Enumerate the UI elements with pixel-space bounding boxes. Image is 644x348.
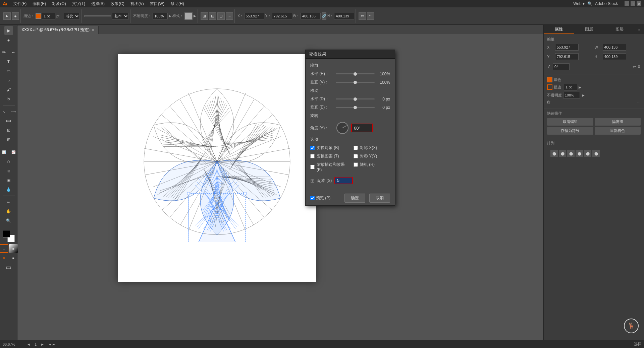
extra-tool-1[interactable]: ⇔ [359, 12, 366, 20]
scale-v-slider[interactable] [336, 82, 375, 83]
type-tool[interactable]: T [4, 57, 13, 66]
sym-y-checkbox[interactable] [354, 154, 358, 158]
tab-close-icon[interactable]: ✕ [92, 28, 94, 32]
selection-tool-icon[interactable]: ▶ [3, 12, 11, 20]
canvas-area[interactable] [17, 34, 543, 340]
menu-file[interactable]: 文件(F) [11, 0, 29, 7]
w-input[interactable] [301, 13, 321, 19]
shape-tool[interactable]: ▭ [4, 67, 13, 75]
sym-x-checkbox[interactable] [354, 146, 358, 150]
menu-view[interactable]: 视图(V) [128, 0, 147, 7]
menu-select[interactable]: 选择(S) [89, 0, 107, 7]
y-input[interactable] [272, 13, 292, 19]
align-center-v-button[interactable]: ⬤ [584, 150, 591, 157]
search-icon[interactable]: 🔍 [587, 1, 592, 6]
active-tab[interactable]: XXXX.ai* @ 66.67% (RGB/GPU 预览) ✕ [17, 26, 99, 34]
minimize-button[interactable]: – [625, 1, 629, 6]
mesh-tool[interactable]: ⊞ [4, 166, 13, 175]
opacity-expand-icon[interactable]: ▶ [169, 14, 171, 18]
paintbrush-tool[interactable]: 🖌 [4, 85, 13, 94]
angle-input[interactable] [553, 63, 570, 70]
graph-tool[interactable]: 📊 [0, 148, 8, 156]
link-icon[interactable]: 🔗 [322, 12, 326, 20]
scale-h-slider[interactable] [336, 73, 375, 74]
copy-input[interactable] [334, 177, 353, 184]
align-top-button[interactable]: ⬤ [576, 150, 583, 157]
random-checkbox[interactable] [354, 162, 358, 167]
menu-text[interactable]: 文字(T) [69, 0, 88, 7]
isolate-button[interactable]: 隔离组 [595, 118, 641, 126]
angle-dial[interactable] [336, 122, 348, 134]
select-tool[interactable]: ▶ [4, 26, 13, 35]
blend-tool[interactable]: ∞ [4, 198, 13, 206]
perspective-tool[interactable]: ⬡ [4, 157, 13, 166]
page-nav-right[interactable]: ► [41, 342, 44, 346]
ellipse-tool[interactable]: ○ [4, 76, 13, 85]
direct-select-icon[interactable]: ◈ [12, 12, 19, 20]
cancel-group-button[interactable]: 取消编组 [547, 118, 593, 126]
tab-layers2[interactable]: 图层 [604, 25, 635, 34]
align-right-button[interactable]: ⬤ [567, 150, 575, 157]
ok-button[interactable]: 确定 [344, 194, 365, 203]
align-left-button[interactable]: ⬤ [550, 150, 558, 157]
transform-icon[interactable]: ⊞ [201, 12, 208, 20]
fx-more-icon[interactable]: ⋯ [637, 100, 641, 104]
move-v-slider[interactable] [336, 107, 375, 108]
w-prop-input[interactable] [603, 44, 626, 51]
h-prop-input[interactable] [603, 53, 626, 60]
cancel-button[interactable]: 取消 [369, 194, 390, 203]
dash-select[interactable]: 等比 [64, 13, 80, 19]
foreground-color-swatch[interactable] [3, 230, 10, 237]
recolor-button[interactable]: 重新着色 [595, 127, 641, 135]
align-icon[interactable]: ⊟ [209, 12, 216, 20]
hand-tool[interactable]: ✋ [4, 207, 13, 216]
menu-help[interactable]: 帮助(H) [168, 0, 187, 7]
stroke-pt-input[interactable] [564, 84, 577, 90]
color-swatches[interactable] [3, 230, 15, 242]
transform-obj-checkbox[interactable] [310, 146, 315, 150]
pen-tool[interactable]: ✏ [0, 48, 8, 57]
tab-layers[interactable]: 图层 [574, 25, 604, 34]
scale-stroke-checkbox[interactable] [310, 165, 315, 169]
change-screen-btn[interactable]: ▭ [4, 263, 13, 272]
extra-tool-2[interactable]: ⋯ [367, 12, 374, 20]
gradient-tool[interactable]: ▣ [4, 176, 13, 185]
gradient-fill-btn[interactable]: ■ [9, 244, 18, 253]
tab-properties[interactable]: 属性 [544, 25, 574, 34]
shear-tool[interactable]: ⟿ [9, 107, 18, 116]
menu-edit[interactable]: 编辑(E) [30, 0, 49, 7]
page-nav-left[interactable]: ◄ [27, 342, 31, 346]
y-prop-input[interactable] [555, 53, 579, 60]
menu-window[interactable]: 窗口(W) [147, 0, 167, 7]
rotate-tool[interactable]: ↻ [4, 95, 13, 103]
eyedropper-tool[interactable]: 💧 [4, 185, 13, 194]
artboard-nav[interactable]: ◄► [48, 342, 56, 346]
extra-icon[interactable]: ⋯ [226, 12, 233, 20]
save-symbol-button[interactable]: 存储为符号 [547, 127, 593, 135]
style-preview[interactable] [184, 12, 193, 20]
stroke-expand-icon[interactable]: ▶ [579, 85, 581, 89]
menu-effect[interactable]: 效果(C) [108, 0, 127, 7]
maximize-button[interactable]: □ [631, 1, 635, 6]
scale-tool[interactable]: ⤡ [0, 107, 8, 116]
menu-object[interactable]: 对象(O) [49, 0, 68, 7]
opacity-input-r[interactable] [563, 92, 580, 98]
normal-mode-btn[interactable]: □ [0, 244, 8, 253]
view-none-btn[interactable]: ✕ [0, 254, 8, 262]
angle-input-dialog[interactable] [351, 124, 373, 132]
flip-h-icon[interactable]: ⇔ [633, 64, 636, 69]
stroke-color-box[interactable] [36, 13, 41, 19]
width-tool[interactable]: ⟺ [4, 117, 13, 125]
panel-menu-icon[interactable]: ≡ [635, 25, 644, 34]
direct-select-tool[interactable]: ◈ [4, 36, 13, 44]
x-input[interactable] [244, 13, 264, 19]
flip-v-icon[interactable]: ⇕ [637, 64, 641, 69]
stroke-value-input[interactable] [42, 13, 55, 19]
shape-builder-tool[interactable]: ⊞ [4, 135, 13, 144]
pathfinder-icon[interactable]: ⊡ [217, 12, 225, 20]
opacity-input[interactable] [153, 13, 168, 19]
transform-pattern-checkbox[interactable] [310, 154, 315, 158]
style-expand-icon[interactable]: ▶ [194, 14, 196, 18]
zoom-tool[interactable]: 🔍 [4, 216, 13, 225]
preview-checkbox[interactable] [310, 196, 315, 200]
